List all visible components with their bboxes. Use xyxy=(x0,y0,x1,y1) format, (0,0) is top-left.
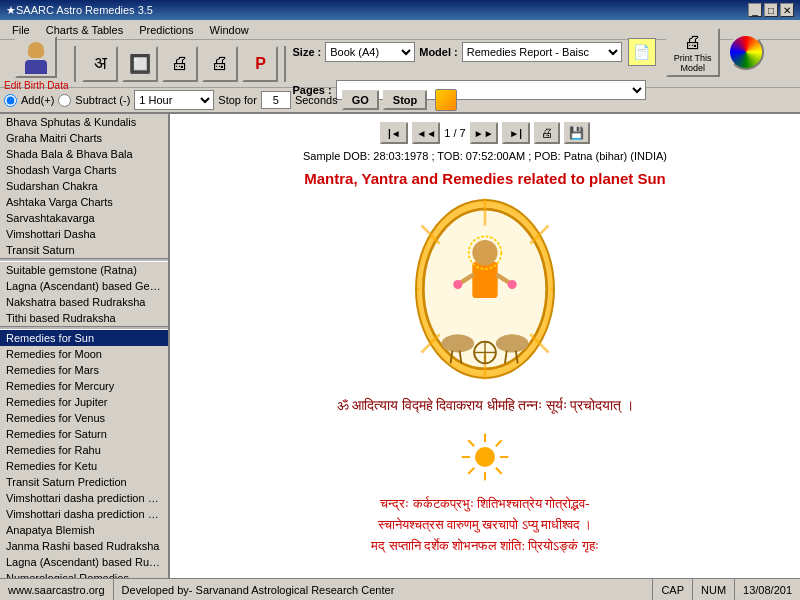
title-bar-text: SAARC Astro Remedies 3.5 xyxy=(16,4,153,16)
size-label: Size : xyxy=(292,46,321,58)
stop-button[interactable]: Stop xyxy=(383,90,427,110)
minimize-button[interactable]: _ xyxy=(748,3,762,17)
devanagari-text: चन्द्रः कर्कटकप्रभुः शितिभश्चात्रेय गोत्… xyxy=(371,494,598,556)
sidebar-item-10[interactable]: Suitable gemstone (Ratna) xyxy=(0,262,168,278)
sidebar-item-2[interactable]: Shada Bala & Bhava Bala xyxy=(0,146,168,162)
status-website: www.saarcastro.org xyxy=(0,579,114,600)
svg-line-8 xyxy=(422,226,440,244)
svg-point-24 xyxy=(508,280,517,289)
menu-window[interactable]: Window xyxy=(202,22,257,38)
sidebar-item-remedies-jupiter[interactable]: Remedies for Jupiter xyxy=(0,394,168,410)
icon-btn-p[interactable]: P xyxy=(242,46,278,82)
page-info: 1 / 7 xyxy=(444,127,465,139)
sidebar-item-8[interactable]: Transit Saturn xyxy=(0,242,168,258)
sidebar-item-7[interactable]: Vimshottari Dasha xyxy=(0,226,168,242)
maximize-button[interactable]: □ xyxy=(764,3,778,17)
status-caps: CAP xyxy=(653,579,693,600)
nav-bar: |◄ ◄◄ 1 / 7 ►► ►| 🖨 💾 xyxy=(380,122,589,144)
model-label2: Model xyxy=(680,63,705,73)
sidebar-item-remedies-sun[interactable]: Remedies for Sun xyxy=(0,330,168,346)
status-date: 13/08/201 xyxy=(735,579,800,600)
sidebar-item-0[interactable]: Bhava Sphutas & Kundalis xyxy=(0,114,168,130)
status-developer: Developed by- Sarvanand Astrological Res… xyxy=(114,579,654,600)
caps-text: CAP xyxy=(661,584,684,596)
toolbar-divider1 xyxy=(74,46,76,82)
mantra-text: ॐ आदित्याय विद्महे दिवाकराय धीमहि तन्नः … xyxy=(337,395,634,416)
sidebar-item-remedies-venus[interactable]: Remedies for Venus xyxy=(0,410,168,426)
sidebar-item-janma-rashi[interactable]: Janma Rashi based Rudraksha xyxy=(0,538,168,554)
num-text: NUM xyxy=(701,584,726,596)
sun-image xyxy=(415,199,555,379)
sidebar-item-13[interactable]: Tithi based Rudraksha xyxy=(0,310,168,326)
status-bar: www.saarcastro.org Developed by- Sarvana… xyxy=(0,578,800,600)
sidebar-item-1[interactable]: Graha Maitri Charts xyxy=(0,130,168,146)
sidebar-item-remedies-moon[interactable]: Remedies for Moon xyxy=(0,346,168,362)
nav-next-button[interactable]: ►► xyxy=(470,122,498,144)
sidebar-item-transit-saturn[interactable]: Transit Saturn Prediction xyxy=(0,474,168,490)
date-text: 13/08/201 xyxy=(743,584,792,596)
svg-point-19 xyxy=(472,240,497,265)
add-label: Add(+) xyxy=(21,94,54,106)
sidebar-item-vimshottari-la[interactable]: Vimshottari dasha prediction - La... xyxy=(0,506,168,522)
svg-line-2 xyxy=(530,226,548,244)
website-text: www.saarcastro.org xyxy=(8,584,105,596)
size-select[interactable]: Book (A4) A3 Letter xyxy=(325,42,415,62)
icon-btn-print[interactable]: 🖨 xyxy=(162,46,198,82)
svg-point-23 xyxy=(453,280,462,289)
sidebar-item-anapatya[interactable]: Anapatya Blemish xyxy=(0,522,168,538)
sun-symbol xyxy=(460,432,510,482)
nav-prev-button[interactable]: ◄◄ xyxy=(412,122,440,144)
go-button[interactable]: GO xyxy=(342,90,379,110)
subtract-label: Subtract (-) xyxy=(75,94,130,106)
svg-point-25 xyxy=(475,447,495,467)
svg-line-31 xyxy=(496,468,502,474)
icon-btn-print2[interactable]: 🖨 xyxy=(202,46,238,82)
sidebar-item-6[interactable]: Sarvashtakavarga xyxy=(0,210,168,226)
sidebar-item-3[interactable]: Shodash Varga Charts xyxy=(0,162,168,178)
subtract-radio[interactable] xyxy=(58,94,71,107)
nav-first-button[interactable]: |◄ xyxy=(380,122,408,144)
menu-predictions[interactable]: Predictions xyxy=(131,22,201,38)
devanagari-line1: चन्द्रः कर्कटकप्रभुः शितिभश्चात्रेय गोत्… xyxy=(371,494,598,515)
add-radio[interactable] xyxy=(4,94,17,107)
toolbar-divider2 xyxy=(284,46,286,82)
content-save-button[interactable]: 💾 xyxy=(564,122,590,144)
model-select[interactable]: Remedies Report - Baisc Full Report xyxy=(462,42,622,62)
print-this-model-button[interactable]: 🖨 Print This Model xyxy=(666,28,720,77)
close-button[interactable]: ✕ xyxy=(780,3,794,17)
sidebar-item-5[interactable]: Ashtaka Varga Charts xyxy=(0,194,168,210)
content-print-button[interactable]: 🖨 xyxy=(534,122,560,144)
sidebar-item-11[interactable]: Lagna (Ascendant) based Gems xyxy=(0,278,168,294)
sidebar-item-4[interactable]: Sudarshan Chakra xyxy=(0,178,168,194)
sidebar-item-vimshottari-ve[interactable]: Vimshottari dasha prediction - Ve... xyxy=(0,490,168,506)
developer-text: Developed by- Sarvanand Astrological Res… xyxy=(122,584,395,596)
sidebar-item-remedies-ketu[interactable]: Remedies for Ketu xyxy=(0,458,168,474)
devanagari-line3: मद् सप्तानि दर्शेक शोभनफल शांति: प्रियोऽ… xyxy=(371,536,598,557)
sidebar-item-numerological[interactable]: Numerological Remedies xyxy=(0,570,168,578)
sidebar-item-12[interactable]: Nakshatra based Rudraksha xyxy=(0,294,168,310)
sidebar-item-lagna-rudraksha[interactable]: Lagna (Ascendant) based Rudraksh... xyxy=(0,554,168,570)
stop-value-input[interactable] xyxy=(261,91,291,109)
status-num: NUM xyxy=(693,579,735,600)
edit-birth-label: Edit Birth Data xyxy=(4,80,68,91)
svg-point-10 xyxy=(496,334,529,352)
svg-line-33 xyxy=(468,440,474,446)
stop-for-label: Stop for xyxy=(218,94,257,106)
hour-select[interactable]: 1 Hour 2 Hours 6 Hours 12 Hours 1 Day xyxy=(134,90,214,110)
sidebar-item-remedies-rahu[interactable]: Remedies for Rahu xyxy=(0,442,168,458)
icon-btn-1[interactable]: अ xyxy=(82,46,118,82)
sidebar-item-remedies-mercury[interactable]: Remedies for Mercury xyxy=(0,378,168,394)
sidebar: Bhava Sphutas & Kundalis Graha Maitri Ch… xyxy=(0,114,170,578)
edit-birth-button[interactable] xyxy=(15,36,57,78)
dob-info: Sample DOB: 28:03:1978 ; TOB: 07:52:00AM… xyxy=(303,150,667,162)
nav-last-button[interactable]: ►| xyxy=(502,122,530,144)
sidebar-item-remedies-saturn[interactable]: Remedies for Saturn xyxy=(0,426,168,442)
model-label: Model : xyxy=(419,46,458,58)
seconds-label: Seconds xyxy=(295,94,338,106)
sun-icon-small xyxy=(435,89,457,111)
icon-btn-2[interactable]: 🔲 xyxy=(122,46,158,82)
devanagari-line2: स्चानेयश्चत्रस वारुणमु खरचापो ऽप्यु माधी… xyxy=(371,515,598,536)
new-model-icon[interactable]: 📄 xyxy=(628,38,656,66)
sidebar-item-remedies-mars[interactable]: Remedies for Mars xyxy=(0,362,168,378)
toolbar1: Edit Birth Data अ 🔲 🖨 🖨 P Size : Book (A… xyxy=(0,40,800,88)
